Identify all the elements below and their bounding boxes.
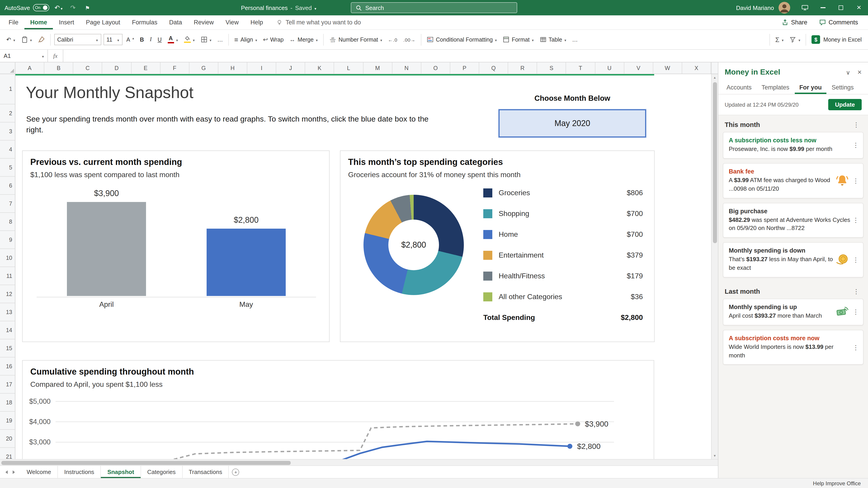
number-format-button[interactable]: ab123 Number Format [326, 32, 385, 47]
row-header-6[interactable]: 6 [0, 177, 15, 195]
fx-icon[interactable]: fx [48, 50, 63, 62]
column-header-V[interactable]: V [624, 62, 653, 74]
ribbon-tab-data[interactable]: Data [163, 15, 188, 29]
autosave-toggle[interactable]: On [33, 4, 50, 11]
format-painter-button[interactable] [35, 32, 47, 47]
row-header-11[interactable]: 11 [0, 267, 15, 285]
ribbon-tab-review[interactable]: Review [188, 15, 220, 29]
row-header-10[interactable]: 10 [0, 249, 15, 267]
scroll-up-icon[interactable] [712, 74, 718, 81]
more-options-icon[interactable] [850, 217, 861, 224]
row-header-12[interactable]: 12 [0, 285, 15, 303]
font-name-select[interactable]: Calibri [54, 34, 101, 45]
fill-color-button[interactable] [181, 32, 197, 47]
row-header-18[interactable]: 18 [0, 394, 15, 412]
more-options-icon[interactable] [850, 308, 861, 316]
paste-button[interactable] [18, 32, 35, 47]
sheet-tab-welcome[interactable]: Welcome [20, 466, 58, 478]
insight-card-big-purchase[interactable]: Big purchase$482.29 was spent at Adventu… [723, 203, 864, 238]
search-box[interactable]: Search [351, 2, 517, 13]
autosave-control[interactable]: AutoSave On [4, 4, 50, 11]
row-header-4[interactable]: 4 [0, 140, 15, 159]
row-header-1[interactable]: 1 [0, 74, 15, 104]
scroll-down-icon[interactable] [712, 452, 718, 459]
column-header-J[interactable]: J [276, 62, 305, 74]
column-header-L[interactable]: L [334, 62, 363, 74]
column-header-Q[interactable]: Q [479, 62, 508, 74]
user-name[interactable]: David Mariano [736, 4, 774, 11]
pane-tab-templates[interactable]: Templates [757, 80, 794, 94]
column-header-I[interactable]: I [247, 62, 276, 74]
column-header-O[interactable]: O [421, 62, 450, 74]
align-button[interactable]: Align [231, 32, 260, 47]
row-header-16[interactable]: 16 [0, 357, 15, 376]
sheet-tab-transactions[interactable]: Transactions [182, 466, 229, 478]
column-header-D[interactable]: D [102, 62, 131, 74]
row-header-19[interactable]: 19 [0, 412, 15, 430]
bold-button[interactable]: B [137, 32, 147, 47]
ribbon-tab-view[interactable]: View [220, 15, 245, 29]
more-options-icon[interactable] [850, 177, 861, 184]
column-header-M[interactable]: M [363, 62, 392, 74]
maximize-button[interactable] [832, 0, 850, 15]
minimize-button[interactable] [814, 0, 832, 15]
name-box[interactable]: A1 [0, 50, 48, 62]
wrap-text-button[interactable]: Wrap [260, 32, 286, 47]
undo-button[interactable] [53, 4, 64, 11]
column-header-T[interactable]: T [566, 62, 595, 74]
sheet-tab-instructions[interactable]: Instructions [58, 466, 101, 478]
insight-card-bank-fee[interactable]: Bank feeA $3.99 ATM fee was charged to W… [723, 163, 864, 198]
bar-april[interactable] [67, 202, 146, 296]
sort-filter-button[interactable] [786, 32, 803, 47]
sheet-tab-categories[interactable]: Categories [141, 466, 182, 478]
row-header-13[interactable]: 13 [0, 303, 15, 321]
ribbon-tab-page-layout[interactable]: Page Layout [80, 15, 126, 29]
row-header-21[interactable]: 21 [0, 448, 15, 459]
money-in-excel-button[interactable]: $ Money in Excel [809, 32, 864, 47]
quick-access-customize-button[interactable] [82, 4, 93, 11]
format-button[interactable]: Format [500, 32, 536, 47]
ribbon-tab-formulas[interactable]: Formulas [126, 15, 163, 29]
ribbon-tab-help[interactable]: Help [245, 15, 269, 29]
column-header-G[interactable]: G [189, 62, 218, 74]
column-header-F[interactable]: F [160, 62, 189, 74]
month-selector[interactable]: May 2020 [499, 109, 646, 137]
sheet-tab-snapshot[interactable]: Snapshot [101, 466, 141, 478]
underline-button[interactable]: U [155, 32, 164, 47]
row-header-7[interactable]: 7 [0, 195, 15, 213]
vertical-scrollbar[interactable] [711, 74, 718, 459]
row-header-14[interactable]: 14 [0, 321, 15, 339]
column-header-R[interactable]: R [508, 62, 537, 74]
row-header-9[interactable]: 9 [0, 231, 15, 249]
ribbon-tab-insert[interactable]: Insert [53, 15, 80, 29]
row-header-17[interactable]: 17 [0, 376, 15, 394]
insight-card-a-subscription-costs-less-now[interactable]: A subscription costs less nowProseware, … [723, 132, 864, 159]
new-sheet-button[interactable] [229, 466, 243, 478]
decrease-decimal-button[interactable]: .00→ [401, 32, 418, 47]
more-options-icon[interactable] [850, 142, 861, 149]
avatar[interactable] [778, 2, 790, 13]
column-header-E[interactable]: E [131, 62, 160, 74]
row-header-5[interactable]: 5 [0, 159, 15, 177]
column-header-X[interactable]: X [682, 62, 711, 74]
chevron-down-icon[interactable] [846, 69, 850, 76]
insight-card-monthly-spending-is-down[interactable]: Monthly spending is downThat’s $193.27 l… [723, 242, 864, 277]
row-header-20[interactable]: 20 [0, 430, 15, 448]
previous-sheet-icon[interactable] [5, 470, 8, 474]
comments-button[interactable]: Comments [814, 19, 863, 26]
column-header-H[interactable]: H [218, 62, 247, 74]
spreadsheet-canvas[interactable]: Your Monthly Snapshot See your spending … [16, 74, 711, 459]
more-options-icon[interactable] [850, 344, 861, 351]
styles-more-button[interactable]: … [569, 32, 581, 47]
column-header-S[interactable]: S [537, 62, 566, 74]
horizontal-scrollbar[interactable] [0, 459, 718, 465]
pane-tab-for-you[interactable]: For you [795, 80, 826, 94]
column-header-A[interactable]: A [16, 62, 44, 74]
close-button[interactable] [850, 0, 868, 15]
insight-card-a-subscription-costs-more-now[interactable]: A subscription costs more nowWide World … [723, 330, 864, 365]
font-size-select[interactable]: 11 [103, 34, 122, 45]
undo-toolbar-button[interactable] [4, 32, 18, 47]
font-color-button[interactable]: A [165, 32, 181, 47]
insight-card-monthly-spending-is-up[interactable]: Monthly spending is upApril cost $393.27… [723, 299, 864, 325]
column-header-K[interactable]: K [305, 62, 334, 74]
